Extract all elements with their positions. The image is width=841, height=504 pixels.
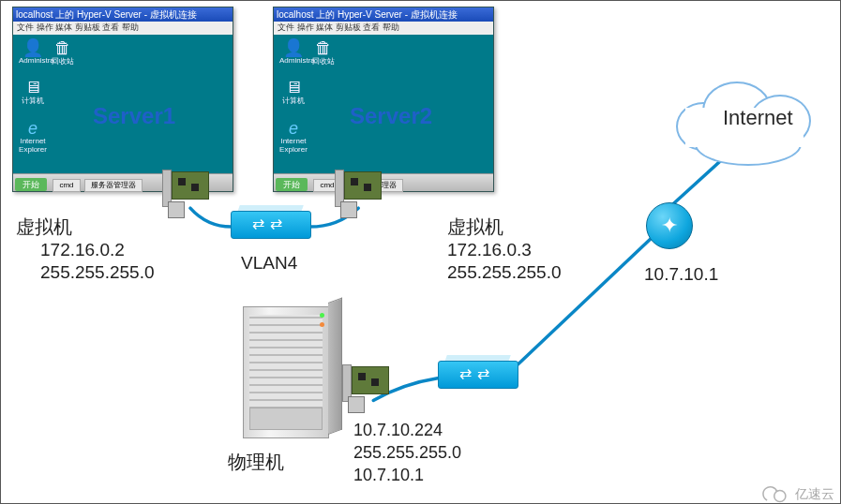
vm1-ip: 172.16.0.2 [40,239,125,262]
vm1-caption: 虚拟机 [16,215,72,239]
vm1-menubar: 文件 操作 媒体 剪贴板 查看 帮助 [13,22,233,35]
physical-server-nic-icon [342,363,391,419]
router-ip: 10.7.10.1 [644,263,718,287]
physical-switch-icon: ⇄⇄ [438,355,517,396]
vm2-window[interactable]: localhost 上的 Hyper-V Server - 虚拟机连接 文件 操… [273,7,494,192]
physical-nic-ip: 10.7.10.224 [353,420,443,441]
computer-icon: 🖥计算机 [19,79,47,106]
svg-point-0 [774,490,786,501]
vm2-server-label: Server2 [350,103,432,129]
vm1-mask: 255.255.255.0 [40,261,155,285]
watermark: 亿速云 [756,484,834,504]
physical-nic-mask: 255.255.255.0 [353,442,461,464]
physical-server-caption: 物理机 [228,450,284,474]
computer-icon: 🖥计算机 [279,79,308,106]
vlan-label: VLAN4 [241,252,297,275]
vm1-server-label: Server1 [93,103,175,129]
vm2-menubar: 文件 操作 媒体 剪贴板 查看 帮助 [274,22,493,35]
vm2-titlebar: localhost 上的 Hyper-V Server - 虚拟机连接 [274,7,493,22]
admin-icon: 👤Administra [19,39,47,65]
admin-icon: 👤Administra [279,39,308,65]
vlan-switch-icon: ⇄⇄ [231,205,309,246]
router-icon [646,202,693,249]
vm2-mask: 255.255.255.0 [447,261,562,285]
ie-icon: eInternet Explorer [279,120,308,154]
vm2-caption: 虚拟机 [447,215,503,239]
vm1-titlebar: localhost 上的 Hyper-V Server - 虚拟机连接 [13,7,233,22]
vm1-window[interactable]: localhost 上的 Hyper-V Server - 虚拟机连接 文件 操… [12,7,233,192]
ie-icon: eInternet Explorer [19,120,47,154]
vm2-nic-icon [335,168,383,224]
internet-cloud-label: Internet [723,106,793,130]
physical-nic-gateway: 10.7.10.1 [353,465,424,486]
vm2-taskbar: 开始 cmd 服务器管理器 [274,173,493,191]
physical-server-icon [243,306,329,438]
vm1-nic-icon [162,168,211,224]
vm2-ip: 172.16.0.3 [447,239,532,262]
recycle-icon: 🗑回收站 [309,39,338,67]
recycle-icon: 🗑回收站 [49,39,77,67]
diagram-canvas: localhost 上的 Hyper-V Server - 虚拟机连接 文件 操… [0,0,841,504]
